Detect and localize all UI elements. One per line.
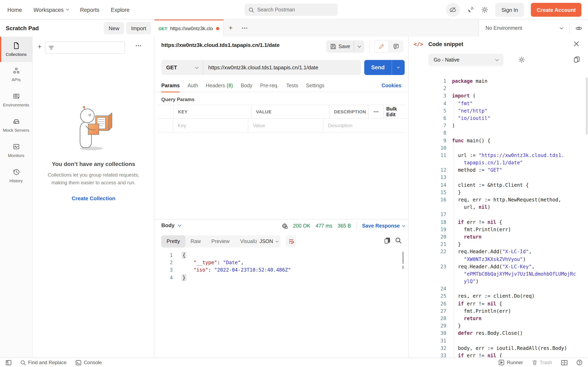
- line-number: 21: [431, 241, 446, 248]
- response-body-viewer[interactable]: 1{2 "__type": "Date",3 "iso": "2022-04-2…: [161, 252, 398, 281]
- satellite-icon[interactable]: [467, 6, 474, 13]
- format-selector[interactable]: JSON: [257, 235, 281, 248]
- line-number: 13: [431, 174, 446, 181]
- tab-settings[interactable]: Settings: [306, 79, 324, 92]
- find-and-replace-button[interactable]: Find and Replace: [20, 360, 67, 365]
- tab-tests[interactable]: Tests: [286, 79, 298, 92]
- comment-icon: [393, 44, 399, 49]
- view-raw[interactable]: Raw: [185, 235, 206, 248]
- url-input[interactable]: https://xw0ntz3k.cloud.tds1.tapapis.cn/1…: [203, 60, 361, 75]
- postman-app: HomeWorkspacesReportsExplore Search Post…: [0, 0, 588, 367]
- code-line: [446, 285, 452, 292]
- send-options-button[interactable]: [392, 60, 405, 75]
- response-size[interactable]: 365 B: [338, 223, 351, 229]
- response-body-selector[interactable]: Body: [161, 222, 181, 228]
- save-response-button[interactable]: Save Response: [362, 223, 405, 229]
- snippet-line: tapapis.cn/1.1/date": [431, 159, 586, 166]
- tab-options-button[interactable]: [238, 20, 251, 37]
- nav-item-explore[interactable]: Explore: [111, 7, 130, 13]
- sidebar-item-history[interactable]: History: [0, 163, 32, 188]
- unsaved-dot: [216, 27, 219, 30]
- status-badge[interactable]: 200 OK: [293, 223, 310, 229]
- line-number: [431, 203, 446, 211]
- scratch-pad-header: Scratch Pad New Import: [0, 20, 154, 37]
- send-button[interactable]: Send: [364, 60, 405, 75]
- sidebar-more-button[interactable]: [136, 45, 141, 47]
- settings-gear-icon[interactable]: [481, 6, 489, 13]
- column-key: KEY: [173, 105, 251, 118]
- line-number: 30: [431, 330, 446, 337]
- code-panel-scrollbar[interactable]: [586, 77, 588, 134]
- tab-auth[interactable]: Auth: [187, 79, 198, 92]
- environment-quick-look[interactable]: [569, 23, 588, 33]
- description-input[interactable]: Description: [323, 119, 397, 132]
- copy-snippet-button[interactable]: [574, 56, 580, 63]
- request-tab[interactable]: GET https://xw0ntz3k.clouc: [154, 20, 224, 37]
- snippet-line: 12 method := "GET": [431, 167, 586, 174]
- copy-icon[interactable]: [384, 237, 390, 244]
- add-collection-button[interactable]: +: [38, 43, 42, 51]
- close-panel-button[interactable]: [574, 41, 579, 47]
- view-preview[interactable]: Preview: [206, 235, 235, 248]
- nav-item-workspaces[interactable]: Workspaces: [34, 7, 69, 13]
- query-params-heading: Query Params: [161, 97, 195, 102]
- code-line: "net/http": [446, 107, 487, 115]
- view-pretty[interactable]: Pretty: [161, 235, 185, 248]
- help-button[interactable]: [577, 360, 582, 365]
- line-number: 24: [431, 285, 446, 292]
- tab-headers[interactable]: Headers(8): [206, 79, 233, 92]
- code-line: "ePMTbC0bQajXYMvjv7UzINLdmohbOfLUMojRc: [446, 270, 576, 278]
- import-button[interactable]: Import: [126, 22, 151, 34]
- nav-item-reports[interactable]: Reports: [80, 7, 99, 13]
- offline-button[interactable]: [446, 3, 460, 17]
- monitors-icon: [12, 143, 20, 150]
- code-snippet-viewer[interactable]: 1package main23import (4 "fmt"5 "net/htt…: [431, 77, 586, 358]
- code-line: req.Header.Add("X-LC-Key",: [446, 263, 535, 270]
- tab-params[interactable]: Params: [161, 79, 180, 92]
- search-postman[interactable]: Search Postman: [245, 4, 338, 16]
- create-account-button[interactable]: Create Account: [531, 3, 581, 17]
- snippet-settings-button[interactable]: [518, 56, 525, 63]
- search-response-icon[interactable]: [395, 237, 401, 243]
- comments-button[interactable]: [389, 40, 403, 53]
- code-line: defer res.Body.Close(): [446, 330, 523, 337]
- runner-button[interactable]: Runner: [499, 360, 523, 365]
- method-selector[interactable]: GET: [161, 60, 203, 75]
- save-button[interactable]: Save: [326, 40, 364, 53]
- value-input[interactable]: Value: [248, 119, 323, 132]
- rename-button[interactable]: [374, 40, 389, 53]
- tab-pre-req-[interactable]: Pre-req.: [260, 79, 278, 92]
- snippet-line: 25 res, err := client.Do(req): [431, 292, 586, 300]
- create-collection-link[interactable]: Create Collection: [72, 195, 115, 201]
- filter-input[interactable]: [45, 42, 125, 54]
- new-button[interactable]: New: [104, 22, 124, 34]
- nav-item-home[interactable]: Home: [7, 7, 22, 13]
- new-tab-button[interactable]: +: [224, 20, 238, 37]
- tab-body[interactable]: Body: [241, 79, 252, 92]
- sidebar-item-collections[interactable]: Collections: [0, 37, 32, 62]
- response-meta: 200 OK 477 ms 365 B Save Response: [282, 222, 405, 230]
- language-selector[interactable]: Go - Native: [428, 54, 503, 66]
- save-disk-icon: [330, 44, 336, 49]
- line-number: 33: [431, 352, 446, 358]
- save-options-button[interactable]: [354, 40, 364, 53]
- key-input[interactable]: Key: [173, 119, 248, 132]
- trash-button[interactable]: Trash: [532, 360, 552, 365]
- bulk-edit-button[interactable]: Bulk Edit: [384, 105, 406, 118]
- environment-selector[interactable]: No Environment: [479, 25, 569, 31]
- split-panes-button[interactable]: [561, 360, 568, 365]
- console-button[interactable]: Console: [76, 360, 102, 365]
- toggle-sidebar-button[interactable]: [6, 360, 11, 365]
- line-number: 12: [431, 167, 446, 174]
- column-options-button[interactable]: [369, 105, 384, 118]
- response-time[interactable]: 477 ms: [316, 223, 332, 229]
- cookies-link[interactable]: Cookies: [381, 79, 401, 92]
- sidebar-item-apis[interactable]: APIs: [0, 62, 32, 87]
- empty-collections-state: You don’t have any collections Collectio…: [33, 106, 154, 201]
- sidebar-item-environments[interactable]: Environments: [0, 87, 32, 113]
- wrap-text-button[interactable]: [286, 235, 296, 248]
- sign-in-button[interactable]: Sign In: [495, 3, 524, 17]
- sidebar-item-monitors[interactable]: Monitors: [0, 138, 32, 163]
- sidebar-item-mock-servers[interactable]: Mock Servers: [0, 113, 32, 138]
- line-number: 18: [431, 218, 446, 226]
